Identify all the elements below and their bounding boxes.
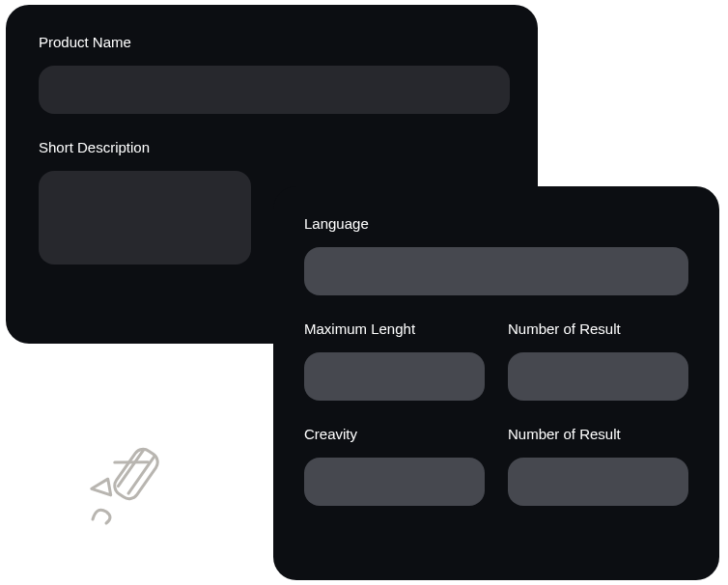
max-length-label: Maximum Lenght: [304, 320, 485, 337]
language-field-group: Language: [304, 215, 688, 295]
creativity-field-group: Creavity: [304, 426, 485, 506]
short-description-label: Short Description: [39, 139, 505, 155]
number-of-result-1-input[interactable]: [508, 352, 688, 401]
number-of-result-2-field-group: Number of Result: [508, 426, 688, 506]
row-1: Maximum Lenght Number of Result: [304, 320, 688, 426]
number-of-result-2-input[interactable]: [508, 458, 688, 506]
max-length-input[interactable]: [304, 352, 485, 401]
creativity-label: Creavity: [304, 426, 485, 442]
settings-form-card: Language Maximum Lenght Number of Result…: [273, 186, 719, 580]
row-2: Creavity Number of Result: [304, 426, 688, 531]
number-of-result-1-label: Number of Result: [508, 320, 688, 337]
svg-line-2: [118, 450, 143, 487]
number-of-result-2-label: Number of Result: [508, 426, 688, 442]
language-label: Language: [304, 215, 688, 232]
language-input[interactable]: [304, 247, 688, 295]
number-of-result-1-field-group: Number of Result: [508, 320, 688, 401]
product-name-input[interactable]: [39, 66, 510, 114]
short-description-textarea[interactable]: [39, 171, 251, 265]
max-length-field-group: Maximum Lenght: [304, 320, 485, 401]
svg-rect-0: [111, 445, 161, 502]
product-name-field-group: Product Name: [39, 34, 505, 114]
product-name-label: Product Name: [39, 34, 505, 50]
creativity-input[interactable]: [304, 458, 485, 506]
pencil-icon: [85, 440, 178, 527]
